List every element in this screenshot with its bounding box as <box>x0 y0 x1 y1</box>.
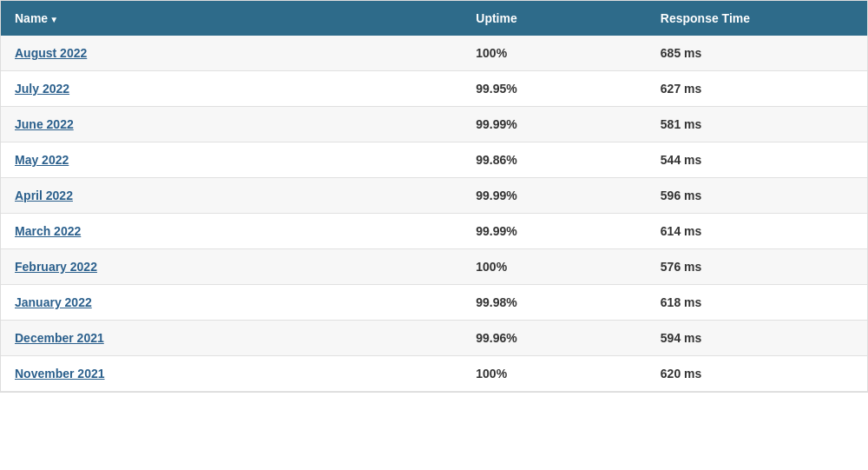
table-row: March 202299.99%614 ms <box>1 214 867 249</box>
row-response-value: 618 ms <box>661 295 853 309</box>
row-response-value: 627 ms <box>661 82 853 96</box>
row-name-link[interactable]: June 2022 <box>15 117 74 131</box>
table-row: July 202299.95%627 ms <box>1 71 867 107</box>
row-name-cell: July 2022 <box>15 82 476 96</box>
header-name[interactable]: Name▼ <box>15 11 476 25</box>
row-name-link[interactable]: January 2022 <box>15 295 92 309</box>
row-uptime-value: 99.99% <box>476 117 661 131</box>
row-uptime-value: 99.86% <box>476 153 661 167</box>
row-response-value: 544 ms <box>661 153 853 167</box>
uptime-table: Name▼ Uptime Response Time August 202210… <box>0 0 868 393</box>
row-response-value: 685 ms <box>661 46 853 60</box>
row-response-value: 594 ms <box>661 331 853 345</box>
table-row: August 2022100%685 ms <box>1 36 867 71</box>
row-uptime-value: 100% <box>476 367 661 381</box>
header-name-label: Name <box>15 11 48 25</box>
row-uptime-value: 99.96% <box>476 331 661 345</box>
row-uptime-value: 99.95% <box>476 82 661 96</box>
row-response-value: 614 ms <box>661 224 853 238</box>
row-uptime-value: 100% <box>476 46 661 60</box>
row-name-link[interactable]: August 2022 <box>15 46 87 60</box>
row-name-cell: January 2022 <box>15 295 476 309</box>
row-name-cell: December 2021 <box>15 331 476 345</box>
row-uptime-value: 100% <box>476 260 661 274</box>
row-name-cell: February 2022 <box>15 260 476 274</box>
row-response-value: 620 ms <box>661 367 853 381</box>
row-name-cell: April 2022 <box>15 189 476 202</box>
table-header: Name▼ Uptime Response Time <box>1 1 867 36</box>
header-response-label: Response Time <box>661 11 750 25</box>
row-name-cell: August 2022 <box>15 46 476 60</box>
header-response-time: Response Time <box>661 11 853 25</box>
row-uptime-value: 99.99% <box>476 189 661 202</box>
header-uptime: Uptime <box>476 11 661 25</box>
table-row: February 2022100%576 ms <box>1 249 867 285</box>
row-uptime-value: 99.98% <box>476 295 661 309</box>
row-name-cell: May 2022 <box>15 153 476 167</box>
row-name-link[interactable]: July 2022 <box>15 82 69 96</box>
table-body: August 2022100%685 msJuly 202299.95%627 … <box>1 36 867 392</box>
row-response-value: 596 ms <box>661 189 853 202</box>
row-response-value: 576 ms <box>661 260 853 274</box>
table-row: May 202299.86%544 ms <box>1 142 867 178</box>
table-row: December 202199.96%594 ms <box>1 321 867 356</box>
row-name-link[interactable]: November 2021 <box>15 367 105 381</box>
table-row: January 202299.98%618 ms <box>1 285 867 321</box>
table-row: November 2021100%620 ms <box>1 356 867 392</box>
table-row: April 202299.99%596 ms <box>1 178 867 214</box>
row-name-link[interactable]: May 2022 <box>15 153 69 167</box>
row-name-link[interactable]: February 2022 <box>15 260 97 274</box>
table-row: June 202299.99%581 ms <box>1 107 867 142</box>
header-uptime-label: Uptime <box>476 11 516 25</box>
sort-icon: ▼ <box>49 15 58 24</box>
row-name-cell: November 2021 <box>15 367 476 381</box>
row-name-link[interactable]: April 2022 <box>15 189 73 202</box>
row-response-value: 581 ms <box>661 117 853 131</box>
row-name-cell: March 2022 <box>15 224 476 238</box>
row-name-cell: June 2022 <box>15 117 476 131</box>
row-uptime-value: 99.99% <box>476 224 661 238</box>
row-name-link[interactable]: December 2021 <box>15 331 104 345</box>
row-name-link[interactable]: March 2022 <box>15 224 81 238</box>
